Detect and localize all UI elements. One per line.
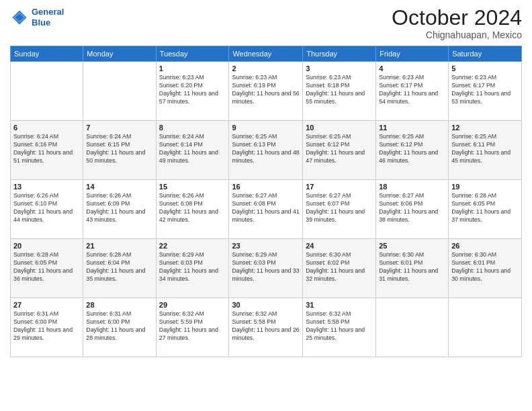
table-row: 25Sunrise: 6:30 AMSunset: 6:01 PMDayligh… [376, 239, 449, 298]
day-number: 20 [13, 242, 80, 250]
table-row: 4Sunrise: 6:23 AMSunset: 6:17 PMDaylight… [376, 62, 449, 121]
day-number: 18 [379, 183, 445, 191]
day-info: Sunrise: 6:26 AMSunset: 6:09 PMDaylight:… [86, 192, 152, 224]
day-number: 9 [232, 124, 300, 132]
day-number: 16 [232, 183, 300, 191]
table-row: 20Sunrise: 6:28 AMSunset: 6:05 PMDayligh… [11, 239, 83, 298]
logo-line1: General [32, 7, 64, 17]
day-info: Sunrise: 6:27 AMSunset: 6:08 PMDaylight:… [232, 192, 300, 224]
day-number: 29 [159, 301, 226, 309]
table-row: 13Sunrise: 6:26 AMSunset: 6:10 PMDayligh… [11, 180, 83, 239]
day-number: 10 [306, 124, 373, 132]
day-number: 19 [451, 183, 519, 191]
table-row: 23Sunrise: 6:29 AMSunset: 6:03 PMDayligh… [229, 239, 303, 298]
day-number: 14 [86, 183, 152, 191]
day-number: 25 [379, 242, 445, 250]
day-info: Sunrise: 6:30 AMSunset: 6:02 PMDaylight:… [306, 251, 373, 283]
logo-text: General Blue [32, 7, 64, 28]
table-row: 21Sunrise: 6:28 AMSunset: 6:04 PMDayligh… [83, 239, 156, 298]
day-info: Sunrise: 6:25 AMSunset: 6:12 PMDaylight:… [306, 133, 373, 165]
day-info: Sunrise: 6:24 AMSunset: 6:14 PMDaylight:… [159, 133, 226, 165]
day-number: 4 [379, 64, 445, 73]
day-info: Sunrise: 6:30 AMSunset: 6:01 PMDaylight:… [451, 251, 519, 283]
day-info: Sunrise: 6:27 AMSunset: 6:06 PMDaylight:… [379, 192, 445, 224]
logo: General Blue [10, 7, 64, 28]
table-row: 22Sunrise: 6:29 AMSunset: 6:03 PMDayligh… [156, 239, 229, 298]
day-number: 15 [159, 183, 226, 191]
table-row: 24Sunrise: 6:30 AMSunset: 6:02 PMDayligh… [303, 239, 376, 298]
table-row: 17Sunrise: 6:27 AMSunset: 6:07 PMDayligh… [303, 180, 376, 239]
day-number: 28 [86, 301, 152, 309]
day-number: 5 [451, 64, 519, 73]
day-number: 24 [306, 242, 373, 250]
day-info: Sunrise: 6:23 AMSunset: 6:20 PMDaylight:… [159, 74, 226, 106]
day-number: 26 [451, 242, 519, 250]
logo-line2: Blue [32, 17, 50, 28]
day-info: Sunrise: 6:27 AMSunset: 6:07 PMDaylight:… [306, 192, 373, 224]
day-number: 6 [13, 124, 80, 132]
day-number: 3 [306, 64, 373, 73]
calendar-week-row: 1Sunrise: 6:23 AMSunset: 6:20 PMDaylight… [11, 62, 522, 121]
table-row: 14Sunrise: 6:26 AMSunset: 6:09 PMDayligh… [83, 180, 156, 239]
day-info: Sunrise: 6:31 AMSunset: 6:00 PMDaylight:… [13, 310, 80, 342]
table-row: 10Sunrise: 6:25 AMSunset: 6:12 PMDayligh… [303, 121, 376, 180]
day-number: 2 [232, 64, 300, 73]
col-sunday: Sunday [11, 46, 83, 62]
title-block: October 2024 Chignahuapan, Mexico [392, 7, 522, 40]
month-title: October 2024 [392, 7, 522, 28]
calendar-week-row: 27Sunrise: 6:31 AMSunset: 6:00 PMDayligh… [11, 298, 522, 357]
day-info: Sunrise: 6:25 AMSunset: 6:12 PMDaylight:… [379, 133, 445, 165]
table-row: 7Sunrise: 6:24 AMSunset: 6:15 PMDaylight… [83, 121, 156, 180]
table-row [449, 298, 522, 357]
table-row: 5Sunrise: 6:23 AMSunset: 6:17 PMDaylight… [449, 62, 522, 121]
day-info: Sunrise: 6:24 AMSunset: 6:15 PMDaylight:… [86, 133, 152, 165]
calendar: Sunday Monday Tuesday Wednesday Thursday… [10, 46, 522, 357]
day-info: Sunrise: 6:26 AMSunset: 6:10 PMDaylight:… [13, 192, 80, 224]
table-row: 12Sunrise: 6:25 AMSunset: 6:11 PMDayligh… [449, 121, 522, 180]
day-info: Sunrise: 6:25 AMSunset: 6:11 PMDaylight:… [451, 133, 519, 165]
calendar-header-row: Sunday Monday Tuesday Wednesday Thursday… [11, 46, 522, 62]
table-row: 9Sunrise: 6:25 AMSunset: 6:13 PMDaylight… [229, 121, 303, 180]
day-number: 23 [232, 242, 300, 250]
table-row: 1Sunrise: 6:23 AMSunset: 6:20 PMDaylight… [156, 62, 229, 121]
day-number: 27 [13, 301, 80, 309]
table-row: 26Sunrise: 6:30 AMSunset: 6:01 PMDayligh… [449, 239, 522, 298]
day-info: Sunrise: 6:31 AMSunset: 6:00 PMDaylight:… [86, 310, 152, 342]
day-info: Sunrise: 6:23 AMSunset: 6:19 PMDaylight:… [232, 74, 300, 106]
day-info: Sunrise: 6:28 AMSunset: 6:05 PMDaylight:… [13, 251, 80, 283]
day-number: 7 [86, 124, 152, 132]
day-info: Sunrise: 6:23 AMSunset: 6:17 PMDaylight:… [379, 74, 445, 106]
col-tuesday: Tuesday [156, 46, 229, 62]
day-info: Sunrise: 6:26 AMSunset: 6:08 PMDaylight:… [159, 192, 226, 224]
location-title: Chignahuapan, Mexico [392, 30, 522, 40]
table-row: 16Sunrise: 6:27 AMSunset: 6:08 PMDayligh… [229, 180, 303, 239]
table-row: 3Sunrise: 6:23 AMSunset: 6:18 PMDaylight… [303, 62, 376, 121]
day-number: 13 [13, 183, 80, 191]
table-row: 29Sunrise: 6:32 AMSunset: 5:59 PMDayligh… [156, 298, 229, 357]
day-number: 30 [232, 301, 300, 309]
table-row: 11Sunrise: 6:25 AMSunset: 6:12 PMDayligh… [376, 121, 449, 180]
table-row: 28Sunrise: 6:31 AMSunset: 6:00 PMDayligh… [83, 298, 156, 357]
table-row: 19Sunrise: 6:28 AMSunset: 6:05 PMDayligh… [449, 180, 522, 239]
table-row: 8Sunrise: 6:24 AMSunset: 6:14 PMDaylight… [156, 121, 229, 180]
day-number: 31 [306, 301, 373, 309]
calendar-week-row: 6Sunrise: 6:24 AMSunset: 6:16 PMDaylight… [11, 121, 522, 180]
page: General Blue October 2024 Chignahuapan, … [0, 0, 532, 411]
day-number: 8 [159, 124, 226, 132]
table-row: 30Sunrise: 6:32 AMSunset: 5:58 PMDayligh… [229, 298, 303, 357]
col-thursday: Thursday [303, 46, 376, 62]
table-row: 15Sunrise: 6:26 AMSunset: 6:08 PMDayligh… [156, 180, 229, 239]
day-number: 1 [159, 64, 226, 73]
day-info: Sunrise: 6:29 AMSunset: 6:03 PMDaylight:… [232, 251, 300, 283]
day-info: Sunrise: 6:28 AMSunset: 6:04 PMDaylight:… [86, 251, 152, 283]
day-info: Sunrise: 6:32 AMSunset: 5:58 PMDaylight:… [232, 310, 300, 342]
day-info: Sunrise: 6:32 AMSunset: 5:59 PMDaylight:… [159, 310, 226, 342]
table-row: 27Sunrise: 6:31 AMSunset: 6:00 PMDayligh… [11, 298, 83, 357]
col-wednesday: Wednesday [229, 46, 303, 62]
logo-icon [10, 8, 29, 27]
day-number: 22 [159, 242, 226, 250]
table-row [11, 62, 83, 121]
day-info: Sunrise: 6:23 AMSunset: 6:18 PMDaylight:… [306, 74, 373, 106]
day-info: Sunrise: 6:24 AMSunset: 6:16 PMDaylight:… [13, 133, 80, 165]
col-saturday: Saturday [449, 46, 522, 62]
